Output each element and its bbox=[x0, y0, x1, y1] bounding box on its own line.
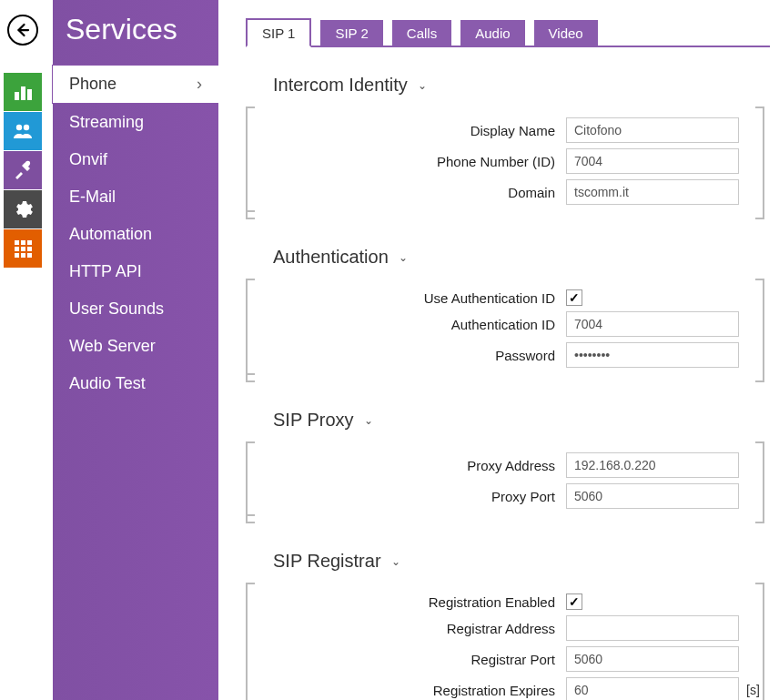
svg-point-4 bbox=[24, 125, 29, 130]
svg-rect-10 bbox=[27, 247, 32, 251]
gear-icon[interactable] bbox=[4, 190, 42, 228]
label-proxy-address: Proxy Address bbox=[248, 458, 566, 473]
sidebar-item-label: Audio Test bbox=[69, 374, 146, 392]
section-auth: Authentication ⌄ Use Authentication ID A… bbox=[246, 247, 770, 382]
sidebar-item-label: User Sounds bbox=[69, 299, 164, 318]
input-auth-id[interactable] bbox=[566, 311, 739, 337]
svg-rect-11 bbox=[15, 253, 19, 258]
svg-rect-13 bbox=[27, 253, 32, 258]
sidebar-item-httpapi[interactable]: HTTP API bbox=[53, 253, 218, 290]
input-proxy-port[interactable] bbox=[566, 483, 739, 509]
sidebar-item-label: Streaming bbox=[69, 113, 144, 131]
tab-audio[interactable]: Audio bbox=[460, 20, 524, 46]
unit-seconds: [s] bbox=[746, 683, 760, 697]
section-identity: Intercom Identity ⌄ Display Name Phone N… bbox=[246, 75, 770, 219]
tab-bar: SIP 1 SIP 2 Calls Audio Video bbox=[246, 18, 770, 47]
sidebar-title: Services bbox=[53, 0, 218, 65]
section-header-registrar[interactable]: SIP Registrar ⌄ bbox=[246, 551, 770, 572]
input-password[interactable] bbox=[566, 342, 739, 368]
tab-sip2[interactable]: SIP 2 bbox=[320, 20, 382, 46]
chevron-right-icon: › bbox=[197, 75, 202, 94]
chevron-down-icon: ⌄ bbox=[364, 414, 373, 427]
checkbox-use-auth-id[interactable] bbox=[566, 289, 582, 306]
tab-video[interactable]: Video bbox=[534, 20, 598, 46]
label-password: Password bbox=[248, 348, 566, 363]
tab-label: Calls bbox=[407, 25, 437, 41]
icon-column bbox=[0, 0, 46, 700]
svg-rect-8 bbox=[15, 247, 19, 251]
tools-icon[interactable] bbox=[4, 151, 42, 189]
input-proxy-address[interactable] bbox=[566, 452, 739, 478]
sidebar-item-streaming[interactable]: Streaming bbox=[53, 104, 218, 141]
sidebar-item-webserver[interactable]: Web Server bbox=[53, 328, 218, 365]
sidebar-item-onvif[interactable]: Onvif bbox=[53, 141, 218, 178]
sidebar-item-automation[interactable]: Automation bbox=[53, 216, 218, 253]
svg-rect-7 bbox=[27, 240, 32, 245]
chevron-down-icon: ⌄ bbox=[418, 79, 427, 92]
chevron-down-icon: ⌄ bbox=[391, 555, 400, 568]
users-icon[interactable] bbox=[4, 112, 42, 150]
section-title: Intercom Identity bbox=[273, 75, 408, 95]
sidebar-item-phone[interactable]: Phone › bbox=[52, 65, 218, 104]
label-reg-enabled: Registration Enabled bbox=[248, 594, 566, 610]
grid-icon[interactable] bbox=[4, 229, 42, 268]
svg-point-3 bbox=[16, 125, 22, 130]
svg-rect-5 bbox=[15, 240, 19, 245]
sidebar-item-label: HTTP API bbox=[69, 262, 142, 280]
section-proxy: SIP Proxy ⌄ Proxy Address Proxy Port bbox=[246, 410, 770, 523]
section-header-proxy[interactable]: SIP Proxy ⌄ bbox=[246, 410, 770, 431]
svg-rect-12 bbox=[21, 253, 25, 258]
sidebar-item-audiotest[interactable]: Audio Test bbox=[53, 365, 218, 402]
input-reg-address[interactable] bbox=[566, 615, 739, 641]
label-auth-id: Authentication ID bbox=[248, 317, 566, 332]
sidebar-item-label: Onvif bbox=[69, 150, 107, 168]
chart-icon[interactable] bbox=[4, 73, 42, 111]
sidebar-item-label: Phone bbox=[69, 75, 116, 94]
sidebar: Services Phone › Streaming Onvif E-Mail … bbox=[53, 0, 218, 700]
section-title: Authentication bbox=[273, 247, 389, 267]
tab-label: SIP 1 bbox=[262, 25, 295, 41]
section-title: SIP Registrar bbox=[273, 551, 381, 571]
input-display-name[interactable] bbox=[566, 117, 739, 143]
section-header-identity[interactable]: Intercom Identity ⌄ bbox=[246, 75, 770, 96]
label-reg-port: Registrar Port bbox=[248, 652, 566, 667]
svg-rect-6 bbox=[21, 240, 25, 245]
chevron-down-icon: ⌄ bbox=[399, 251, 408, 264]
label-reg-address: Registrar Address bbox=[248, 621, 566, 636]
input-reg-expires[interactable] bbox=[566, 677, 739, 700]
back-button[interactable] bbox=[7, 15, 38, 46]
section-registrar: SIP Registrar ⌄ Registration Enabled Reg… bbox=[246, 551, 770, 700]
label-use-auth-id: Use Authentication ID bbox=[248, 290, 566, 306]
svg-rect-2 bbox=[27, 89, 32, 100]
sidebar-item-label: Automation bbox=[69, 225, 152, 243]
tab-label: Video bbox=[549, 25, 583, 41]
svg-rect-9 bbox=[21, 247, 25, 251]
label-phone-number: Phone Number (ID) bbox=[248, 154, 566, 169]
label-domain: Domain bbox=[248, 185, 566, 200]
input-phone-number[interactable] bbox=[566, 148, 739, 174]
svg-rect-0 bbox=[15, 92, 19, 100]
label-reg-expires: Registration Expires bbox=[248, 683, 566, 698]
section-header-auth[interactable]: Authentication ⌄ bbox=[246, 247, 770, 268]
main-content: SIP 1 SIP 2 Calls Audio Video Intercom I… bbox=[218, 0, 779, 700]
sidebar-item-usersounds[interactable]: User Sounds bbox=[53, 290, 218, 328]
tab-label: SIP 2 bbox=[335, 25, 368, 41]
checkbox-reg-enabled[interactable] bbox=[566, 593, 582, 610]
section-title: SIP Proxy bbox=[273, 410, 354, 430]
tab-calls[interactable]: Calls bbox=[392, 20, 451, 46]
svg-rect-1 bbox=[21, 86, 25, 100]
sidebar-item-label: E-Mail bbox=[69, 188, 116, 206]
tab-sip1[interactable]: SIP 1 bbox=[246, 18, 311, 47]
label-proxy-port: Proxy Port bbox=[248, 489, 566, 504]
label-display-name: Display Name bbox=[248, 123, 566, 138]
sidebar-item-email[interactable]: E-Mail bbox=[53, 178, 218, 216]
input-reg-port[interactable] bbox=[566, 646, 739, 672]
sidebar-item-label: Web Server bbox=[69, 337, 156, 355]
input-domain[interactable] bbox=[566, 179, 739, 205]
tab-label: Audio bbox=[475, 25, 510, 41]
